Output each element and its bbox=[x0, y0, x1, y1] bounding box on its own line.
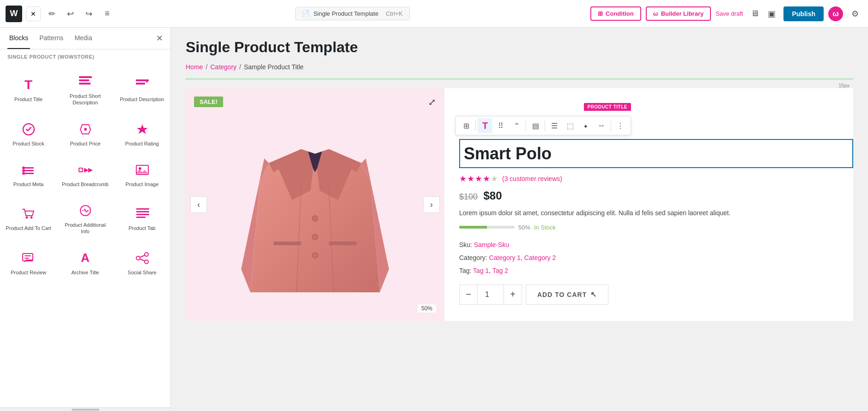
block-product-add-to-cart[interactable]: Product Add To Cart bbox=[0, 195, 57, 242]
condition-button[interactable]: ⊞ Condition bbox=[590, 6, 641, 21]
toolbar-chevron-icon[interactable]: ⌃ bbox=[509, 118, 524, 133]
toolbar-divider-4 bbox=[611, 120, 611, 131]
social-share-label: Social Share bbox=[127, 269, 156, 276]
sku-row: Sku: Sample-Sku bbox=[459, 238, 853, 251]
stock-area: 50% In Stock bbox=[459, 224, 853, 231]
breadcrumb-sep-1: / bbox=[206, 63, 207, 71]
add-to-cart-button[interactable]: ADD TO CART ↖ bbox=[526, 284, 608, 305]
block-social-share[interactable]: Social Share bbox=[114, 242, 170, 283]
archive-title-label: Archive Title bbox=[72, 269, 99, 276]
wordpress-logo[interactable]: W bbox=[6, 6, 22, 22]
product-title-selected[interactable]: Smart Polo bbox=[459, 139, 853, 168]
edit-icon[interactable]: ✏ bbox=[44, 6, 59, 21]
sidebar-scroll[interactable]: SINGLE PRODUCT (WOWSTORE) T Product Titl… bbox=[0, 49, 170, 407]
svg-point-36 bbox=[312, 253, 318, 258]
blocks-grid: T Product Title Product Short Descriptio… bbox=[0, 62, 170, 287]
spacing-indicator: 15px bbox=[186, 81, 853, 88]
archive-title-icon: A bbox=[77, 250, 94, 266]
reviews-count: 3 customer reviews bbox=[504, 175, 560, 182]
block-product-breadcrumb[interactable]: ▶▶ Product Breadcrumb bbox=[57, 154, 114, 195]
block-product-rating[interactable]: Product Rating bbox=[114, 114, 170, 154]
save-draft-button[interactable]: Save draft bbox=[716, 10, 743, 17]
svg-rect-1 bbox=[79, 79, 89, 81]
next-image-button[interactable]: › bbox=[423, 196, 440, 213]
product-add-to-cart-label: Product Add To Cart bbox=[6, 225, 51, 231]
block-product-title[interactable]: T Product Title bbox=[0, 66, 57, 114]
block-archive-title[interactable]: A Archive Title bbox=[57, 242, 114, 283]
breadcrumb-home[interactable]: Home bbox=[186, 63, 203, 71]
category-1-link[interactable]: Category 1 bbox=[489, 254, 521, 261]
toolbar-fill-icon[interactable]: ⬥ bbox=[578, 118, 593, 133]
quantity-input[interactable] bbox=[478, 284, 504, 305]
tag-1-link[interactable]: Tag 1 bbox=[473, 267, 489, 274]
toolbar-width-icon[interactable]: ↔ bbox=[594, 118, 609, 133]
category-2-link[interactable]: Category 2 bbox=[524, 254, 556, 261]
tab-media[interactable]: Media bbox=[73, 28, 94, 49]
svg-line-32 bbox=[140, 255, 145, 257]
block-product-image[interactable]: Product Image bbox=[114, 154, 170, 195]
stock-percent: 50% bbox=[518, 224, 530, 231]
menu-icon[interactable]: ≡ bbox=[100, 6, 115, 21]
svg-point-35 bbox=[312, 234, 318, 240]
block-product-review[interactable]: Product Review bbox=[0, 242, 57, 283]
block-product-additional-info[interactable]: Product Additional Info bbox=[57, 195, 114, 242]
product-review-label: Product Review bbox=[11, 269, 46, 276]
product-breadcrumb-label: Product Breadcrumb bbox=[62, 181, 109, 187]
toolbar-grid-icon[interactable]: ⊞ bbox=[459, 118, 473, 133]
toolbar-more-icon[interactable]: ⋮ bbox=[613, 118, 628, 133]
tab-patterns[interactable]: Patterns bbox=[37, 28, 65, 49]
rating-reviews-link[interactable]: (3 customer reviews) bbox=[502, 175, 562, 182]
product-price-area: $100 $80 bbox=[459, 189, 853, 202]
breadcrumb-category[interactable]: Category bbox=[210, 63, 237, 71]
product-short-desc-label: Product Short Description bbox=[61, 93, 110, 106]
builder-library-button[interactable]: ω Builder Library bbox=[646, 6, 711, 21]
breadcrumb: Home / Category / Sample Product Title bbox=[186, 63, 853, 71]
tab-blocks[interactable]: Blocks bbox=[7, 28, 30, 49]
settings-icon[interactable]: ⚙ bbox=[848, 6, 862, 21]
tag-2-link[interactable]: Tag 2 bbox=[492, 267, 508, 274]
block-product-price[interactable]: Product Price bbox=[57, 114, 114, 154]
toolbar-move-icon[interactable]: ⠿ bbox=[493, 118, 508, 133]
svg-rect-10 bbox=[24, 170, 34, 171]
toolbar-align-left-icon[interactable]: ☰ bbox=[547, 118, 562, 133]
block-product-description[interactable]: Product Description bbox=[114, 66, 170, 114]
block-product-short-desc[interactable]: Product Short Description bbox=[57, 66, 114, 114]
template-name: Single Product Template bbox=[313, 10, 378, 17]
wowstore-logo[interactable]: ω bbox=[828, 6, 843, 21]
svg-rect-2 bbox=[79, 83, 91, 85]
product-add-to-cart-icon bbox=[20, 206, 37, 222]
green-line bbox=[186, 78, 853, 80]
tag-row: Tag: Tag 1, Tag 2 bbox=[459, 264, 853, 277]
block-product-tab[interactable]: Product Tab bbox=[114, 195, 170, 242]
product-additional-info-icon bbox=[77, 202, 94, 219]
page-canvas[interactable]: Single Product Template Home / Category … bbox=[171, 28, 868, 411]
sidebar-close-button[interactable]: ✕ bbox=[156, 33, 163, 43]
sale-badge: SALE! bbox=[194, 97, 223, 107]
thumbnail-percent: 50% bbox=[418, 304, 436, 313]
product-description-label: Product Description bbox=[120, 96, 164, 103]
topbar-right: ⊞ Condition ω Builder Library Save draft… bbox=[590, 6, 862, 21]
close-button[interactable]: ✕ bbox=[26, 6, 41, 21]
block-product-meta[interactable]: Product Meta bbox=[0, 154, 57, 195]
template-label[interactable]: 📄 Single Product Template Ctrl+K bbox=[295, 7, 409, 20]
prev-image-button[interactable]: ‹ bbox=[190, 196, 207, 213]
quantity-decrease-button[interactable]: − bbox=[459, 284, 478, 305]
product-meta-label: Product Meta bbox=[13, 181, 43, 187]
sku-value[interactable]: Sample-Sku bbox=[474, 241, 509, 248]
desktop-icon[interactable]: 🖥 bbox=[747, 6, 762, 21]
publish-button[interactable]: Publish bbox=[783, 6, 824, 21]
sidebar-toggle-icon[interactable]: ▣ bbox=[764, 6, 779, 21]
toolbar-align-icon[interactable]: ▤ bbox=[528, 118, 543, 133]
toolbar-text-icon[interactable]: T bbox=[478, 118, 492, 133]
expand-icon[interactable]: ⤢ bbox=[428, 97, 436, 108]
svg-rect-37 bbox=[273, 242, 301, 245]
svg-rect-15 bbox=[79, 168, 83, 172]
quantity-increase-button[interactable]: + bbox=[504, 284, 522, 305]
product-info-area: PRODUCT TITLE ⊞ T ⠿ ⌃ ▤ ☰ bbox=[459, 88, 853, 305]
block-product-stock[interactable]: Product Stock bbox=[0, 114, 57, 154]
undo-icon[interactable]: ↩ bbox=[63, 6, 78, 21]
svg-rect-24 bbox=[136, 214, 149, 215]
product-image-area[interactable]: SALE! ⤢ ‹ bbox=[186, 88, 444, 321]
toolbar-box-icon[interactable]: ⬚ bbox=[563, 118, 577, 133]
redo-icon[interactable]: ↪ bbox=[81, 6, 96, 21]
